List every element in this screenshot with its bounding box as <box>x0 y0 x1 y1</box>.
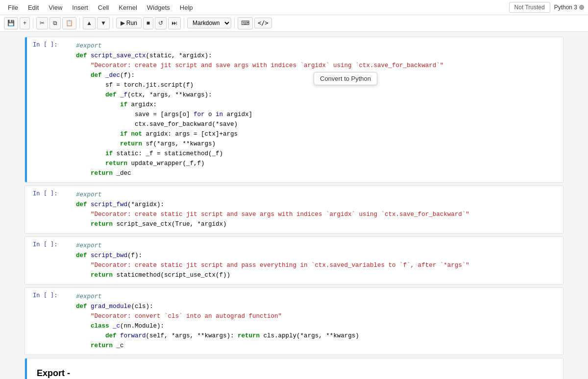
toolbar-separator-5 <box>234 18 235 28</box>
code-cell-2: In [ ]: #export def script_fwd(*argidx):… <box>24 186 564 234</box>
menu-cell[interactable]: Cell <box>94 2 113 13</box>
menu-insert[interactable]: Insert <box>68 2 92 13</box>
restart-run-button[interactable]: ⏭ <box>168 17 181 29</box>
keyboard-button[interactable]: ⌨ <box>238 17 253 29</box>
move-up-button[interactable]: ▲ <box>83 17 96 29</box>
cell-code-3[interactable]: #export def script_bwd(f): "Decorator: c… <box>76 237 563 284</box>
cell-prompt-4: In [ ]: <box>27 288 76 303</box>
copy-button[interactable]: ⧉ <box>49 17 61 29</box>
kernel-name: Python 3 <box>554 4 577 11</box>
kernel-status-icon <box>579 5 584 10</box>
toolbar-separator-4 <box>184 18 184 28</box>
menu-file[interactable]: File <box>4 2 22 13</box>
cell-border-1 <box>25 37 27 182</box>
menu-widgets[interactable]: Widgets <box>143 2 174 13</box>
code-cell-3: In [ ]: #export def script_bwd(f): "Deco… <box>24 237 564 284</box>
stop-button[interactable]: ■ <box>143 17 153 29</box>
run-button[interactable]: ▶ Run <box>116 18 142 28</box>
paste-button[interactable]: 📋 <box>62 17 76 29</box>
cut-button[interactable]: ✂ <box>36 17 48 29</box>
move-down-button[interactable]: ▼ <box>97 17 110 29</box>
kernel-info: Python 3 <box>554 4 584 11</box>
cell-code-4[interactable]: #export def grad_module(cls): "Decorator… <box>76 288 563 355</box>
save-button[interactable]: 💾 <box>4 17 18 29</box>
not-trusted-button[interactable]: Not Trusted <box>509 2 550 13</box>
cell-prompt-2: In [ ]: <box>27 186 76 201</box>
toolbar-separator-3 <box>113 18 113 28</box>
cell-prompt-3: In [ ]: <box>27 237 76 252</box>
menubar: File Edit View Insert Cell Kernel Widget… <box>0 0 588 15</box>
cell-prompt-1: In [ ]: <box>27 37 76 52</box>
menu-kernel[interactable]: Kernel <box>115 2 141 13</box>
toolbar-separator-2 <box>79 18 80 28</box>
convert-to-python-tooltip: Convert to Python <box>314 72 377 85</box>
add-cell-button[interactable]: + <box>20 17 30 29</box>
notebook: Convert to Python In [ ]: #export def sc… <box>24 32 564 379</box>
restart-button[interactable]: ↺ <box>155 17 167 29</box>
menu-edit[interactable]: Edit <box>24 2 43 13</box>
code-view-button[interactable]: </> <box>254 18 272 28</box>
run-icon: ▶ <box>121 20 125 26</box>
menu-view[interactable]: View <box>45 2 66 13</box>
cell-code-2[interactable]: #export def script_fwd(*argidx): "Decora… <box>76 186 563 233</box>
code-cell-4: In [ ]: #export def grad_module(cls): "D… <box>24 287 564 355</box>
menu-help[interactable]: Help <box>176 2 197 13</box>
toolbar: 💾 + ✂ ⧉ 📋 ▲ ▼ ▶ Run ■ ↺ ⏭ Markdown ⌨ </> <box>0 15 588 32</box>
code-cell-1: In [ ]: #export def script_save_ctx(stat… <box>24 37 564 183</box>
markdown-cell-export: Export - <box>24 358 564 379</box>
markdown-content: Export - <box>27 358 563 379</box>
toolbar-separator-1 <box>33 18 33 28</box>
run-label: Run <box>126 20 137 26</box>
cell-type-select[interactable]: Markdown <box>187 18 231 28</box>
cell-code-1[interactable]: #export def script_save_ctx(static, *arg… <box>76 37 563 182</box>
